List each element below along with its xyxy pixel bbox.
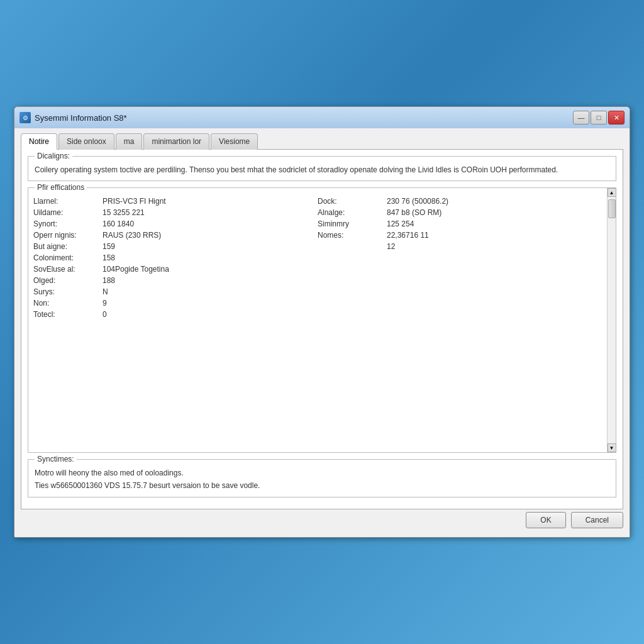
title-bar-left: ⚙ Sysemmi Information S8*	[19, 112, 127, 123]
spec-val-soveluse: 104Pogide Togetina	[103, 265, 169, 274]
window-title: Sysemmi Information S8*	[35, 113, 127, 123]
spec-uildame: Uildame: 15 3255 221	[33, 208, 318, 217]
tab-notire[interactable]: Notire	[21, 133, 57, 150]
spec-nomes: Nomes: 22,36716 11	[318, 231, 602, 240]
spec-val-surys: N	[103, 287, 108, 296]
spec-key-uildame: Uildame:	[33, 208, 103, 217]
spec-val-synort: 160 1840	[103, 219, 134, 228]
spec-llarnel: Llarnel: PRIS-VC3 FI Hignt	[33, 197, 318, 206]
spec-val-coloniment: 158	[103, 253, 115, 262]
spec-val-alnalge: 847 b8 (SO RM)	[387, 208, 441, 217]
synctimes-label: Synctimes:	[35, 455, 77, 464]
spec-val-non: 9	[103, 299, 107, 308]
spec-olged: Olged: 188	[33, 276, 318, 285]
main-window: ⚙ Sysemmi Information S8* — □ ✕ Notire S…	[14, 106, 630, 537]
spec-dock: Dock: 230 76 (500086.2)	[318, 197, 602, 206]
spec-key-synort: Synort:	[33, 219, 103, 228]
tab-minimarntion-lor[interactable]: minimartion lor	[143, 133, 209, 150]
spec-key-non: Non:	[33, 299, 103, 308]
ok-button[interactable]: OK	[526, 512, 565, 528]
spec-val-operr-nignis: RAUS (230 RRS)	[103, 231, 161, 240]
synctimes-line-1: Motro will heony the also med of ooloadi…	[35, 467, 609, 479]
spec-val-olged: 188	[103, 276, 115, 285]
minimize-button[interactable]: —	[573, 111, 589, 125]
tab-side-onloox[interactable]: Side onloox	[58, 133, 114, 150]
specifications-inner: Llarnel: PRIS-VC3 FI Hignt Uildame: 15 3…	[28, 188, 607, 452]
spec-soveluse: SovEluse al: 104Pogide Togetina	[33, 265, 318, 274]
window-icon: ⚙	[19, 112, 31, 123]
synctimes-text: Motro will heony the also med of ooloadi…	[35, 467, 609, 491]
tab-viesiome[interactable]: Viesiome	[211, 133, 258, 150]
spec-val-uildame: 15 3255 221	[103, 208, 145, 217]
spec-key-alnalge: Alnalge:	[318, 208, 387, 217]
spec-operr-nignis: Operr nignis: RAUS (230 RRS)	[33, 231, 318, 240]
spec-non: Non: 9	[33, 299, 318, 308]
spec-alnalge: Alnalge: 847 b8 (SO RM)	[318, 208, 602, 217]
spec-val-nomes: 22,36716 11	[387, 231, 429, 240]
spec-totecl: Totecl: 0	[33, 310, 318, 319]
diagnostics-label: Dicaligns:	[35, 152, 72, 160]
title-buttons: — □ ✕	[573, 111, 625, 125]
spec-key-siminmry: Siminmry	[318, 219, 387, 228]
specs-left-col: Llarnel: PRIS-VC3 FI Hignt Uildame: 15 3…	[33, 197, 318, 321]
spec-val-llarnel: PRIS-VC3 FI Hignt	[103, 197, 166, 206]
spec-synort: Synort: 160 1840	[33, 219, 318, 228]
scrollbar-down-arrow[interactable]: ▼	[608, 443, 616, 452]
specifications-section: Pfir effications Llarnel: PRIS-VC3 FI Hi…	[28, 187, 616, 453]
spec-but-aigne: But aigne: 159	[33, 242, 318, 251]
diagnostics-section: Dicaligns: Coilery operating system toct…	[28, 156, 616, 181]
title-bar: ⚙ Sysemmi Information S8* — □ ✕	[14, 107, 630, 128]
spec-key-operr-nignis: Operr nignis:	[33, 231, 103, 240]
spec-siminmry: Siminmry 125 254	[318, 219, 602, 228]
specifications-label: Pfir effications	[35, 183, 87, 192]
spec-extra-val: 12	[318, 242, 602, 251]
spec-key-but-aigne: But aigne:	[33, 242, 103, 251]
scrollbar-thumb[interactable]	[608, 199, 616, 218]
spec-key-llarnel: Llarnel:	[33, 197, 103, 206]
spec-key-soveluse: SovEluse al:	[33, 265, 103, 274]
spec-coloniment: Coloniment: 158	[33, 253, 318, 262]
synctimes-line-2: Ties w56650001360 VDS 15.75.7 besurt ver…	[35, 480, 609, 492]
scrollbar-up-arrow[interactable]: ▲	[608, 188, 616, 197]
spec-val-but-aigne: 159	[103, 242, 115, 251]
specs-scrollbar[interactable]: ▲ ▼	[607, 188, 616, 452]
tab-ma[interactable]: ma	[116, 133, 143, 150]
synctimes-section: Synctimes: Motro will heony the also med…	[28, 459, 616, 497]
spec-key-nomes: Nomes:	[318, 231, 387, 240]
specs-empty-space	[33, 321, 602, 447]
cancel-button[interactable]: Cancel	[571, 512, 623, 528]
tab-content: Dicaligns: Coilery operating system toct…	[21, 149, 623, 509]
spec-key-olged: Olged:	[33, 276, 103, 285]
spec-key-surys: Surys:	[33, 287, 103, 296]
diagnostics-text: Coilery operating system toctive are per…	[35, 164, 609, 175]
specs-right-col: Dock: 230 76 (500086.2) Alnalge: 847 b8 …	[318, 197, 602, 321]
spec-key-extra	[318, 242, 387, 251]
window-body: Notire Side onloox ma minimartion lor Vi…	[14, 128, 630, 536]
spec-key-totecl: Totecl:	[33, 310, 103, 319]
spec-val-siminmry: 125 254	[387, 219, 414, 228]
spec-val-totecl: 0	[103, 310, 107, 319]
maximize-button[interactable]: □	[591, 111, 607, 125]
spec-surys: Surys: N	[33, 287, 318, 296]
spec-key-coloniment: Coloniment:	[33, 253, 103, 262]
close-button[interactable]: ✕	[608, 111, 625, 125]
tab-bar: Notire Side onloox ma minimartion lor Vi…	[21, 133, 623, 150]
specifications-grid: Llarnel: PRIS-VC3 FI Hignt Uildame: 15 3…	[33, 197, 602, 321]
footer-buttons: OK Cancel	[21, 509, 623, 531]
spec-val-dock: 230 76 (500086.2)	[387, 197, 448, 206]
spec-key-dock: Dock:	[318, 197, 387, 206]
spec-val-extra: 12	[387, 242, 395, 251]
